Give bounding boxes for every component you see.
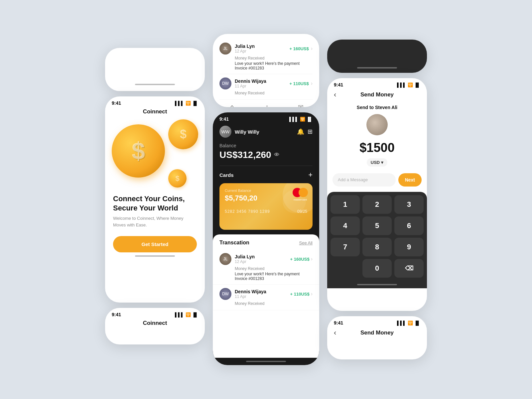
status-icons-br: ▌▌▌ 🛜 ▐▌: [397, 321, 420, 326]
cards-title: Cards: [219, 172, 234, 178]
transaction-item-dennis: DW Dennis Wijaya 11 Apr + 110US$ › Money…: [213, 285, 319, 310]
num-key-7[interactable]: 7: [331, 238, 360, 256]
tx-type-julia-top: Money Received: [235, 56, 313, 61]
get-started-button[interactable]: Get Started: [113, 236, 197, 252]
phone-dashboard: 9:41 ▌▌▌ 🛜 ▐▌ WW Willy Willy 🔔 ⊞ Balance…: [213, 112, 319, 365]
tx-amount-dennis-top: + 110US$: [289, 81, 309, 86]
next-button[interactable]: Next: [398, 173, 422, 187]
send-header-br: ‹ Send Money: [327, 327, 427, 340]
currency-pill[interactable]: USD ▾: [367, 158, 387, 167]
user-name: Willy Willy: [235, 129, 259, 135]
right-column: 9:41 ▌▌▌ 🛜 ▐▌ ‹ Send Money Send to Steve…: [327, 40, 427, 359]
num-key-empty: [331, 259, 360, 278]
qr-icon[interactable]: ⊞: [308, 128, 313, 135]
coin-small: [168, 169, 187, 188]
tx-desc-julia-top: Love your work!! Here's the payment Invo…: [235, 61, 313, 70]
num-key-0[interactable]: 0: [362, 259, 392, 278]
home-icon: ⌂: [230, 103, 234, 107]
tx-type-dennis: Money Received: [235, 301, 313, 306]
status-time-send: 9:41: [334, 82, 343, 87]
card-bottom: 5282 3456 7890 1289 09/25: [225, 209, 307, 214]
signal-icon-br: ▌▌▌: [397, 321, 406, 326]
tx-user-dennis: DW Dennis Wijaya 11 Apr: [219, 288, 266, 300]
phone-welcome: 9:41 ▌▌▌ 🛜 ▐▌ Coinnect Connect Your Coin…: [105, 96, 205, 303]
num-key-9[interactable]: 9: [394, 238, 424, 256]
tx-user-julia: JL Julia Lyn 12 Apr: [219, 253, 255, 265]
coins-illustration: [105, 118, 205, 191]
see-all-button[interactable]: See All: [299, 240, 313, 245]
num-key-3[interactable]: 3: [394, 195, 424, 214]
phone-partial-top-left: [105, 48, 205, 91]
nav-send[interactable]: ↑ Send: [263, 103, 271, 107]
status-icons-bl: ▌▌▌ 🛜 ▐▌: [175, 312, 198, 317]
add-card-button[interactable]: +: [308, 171, 313, 179]
app-name: Coinnect: [105, 107, 205, 118]
tx-date-dennis: 11 Apr: [235, 294, 266, 299]
battery-icon: ▐▌: [192, 101, 198, 106]
tx-date-dennis-top: 11 Apr: [235, 84, 266, 88]
send-to-label: Send to Steven Ali: [327, 102, 427, 114]
status-bar-send: 9:41 ▌▌▌ 🛜 ▐▌: [327, 78, 427, 89]
notification-icon[interactable]: 🔔: [297, 128, 304, 135]
currency-value: USD: [371, 160, 380, 165]
nav-message[interactable]: ✉ Message: [293, 103, 308, 107]
balance-value: US$312,260: [219, 150, 271, 160]
battery-icon-bl: ▐▌: [192, 312, 198, 317]
tx-amount-julia: + 160US$: [290, 257, 309, 262]
tx-name-dennis: Dennis Wijaya: [235, 289, 266, 294]
num-key-2[interactable]: 2: [362, 195, 392, 214]
wifi-icon-dash: 🛜: [300, 117, 305, 122]
num-key-1[interactable]: 1: [331, 195, 360, 214]
home-indicator-send: [327, 281, 427, 288]
num-key-6[interactable]: 6: [394, 216, 424, 235]
back-button[interactable]: ‹: [334, 90, 336, 99]
phone-partial-bottom-right: 9:41 ▌▌▌ 🛜 ▐▌ ‹ Send Money: [327, 316, 427, 359]
mc-orange-circle: [299, 188, 308, 197]
chevron-down-icon: ▾: [381, 160, 383, 165]
mastercard-text: mastercard: [294, 198, 307, 201]
recipient-avatar: [366, 114, 388, 135]
chevron-icon-1: ›: [311, 46, 313, 52]
num-key-5[interactable]: 5: [362, 216, 392, 235]
wifi-icon: 🛜: [186, 101, 191, 106]
amount-display: $1500: [327, 141, 427, 155]
nav-home[interactable]: ⌂ Home: [224, 103, 240, 107]
coin-main: [112, 124, 165, 178]
tx-name-julia-top: Julia Lyn: [235, 44, 255, 49]
send-title-br: Send Money: [360, 330, 394, 336]
user-info: WW Willy Willy: [219, 126, 259, 138]
signal-icon-bl: ▌▌▌: [175, 312, 184, 317]
message-input[interactable]: Add a Message: [332, 173, 396, 187]
tx-avatar-dennis-top: DW: [219, 77, 231, 89]
phone-partial-top-center: JL Julia Lyn 12 Apr + 160US$ › Money Rec…: [213, 34, 319, 107]
battery-icon-send: ▐▌: [414, 82, 420, 87]
battery-icon-dash: ▐▌: [307, 117, 313, 122]
num-key-8[interactable]: 8: [362, 238, 392, 256]
chevron-dennis: ›: [311, 291, 313, 297]
left-column: 9:41 ▌▌▌ 🛜 ▐▌ Coinnect Connect Your Coin…: [105, 55, 205, 344]
status-time-bl: 9:41: [112, 312, 121, 317]
app-name-bottom: Coinnect: [105, 319, 205, 329]
tx-name-dennis-top: Dennis Wijaya: [235, 78, 266, 84]
wifi-icon-bl: 🛜: [186, 312, 191, 317]
num-key-4[interactable]: 4: [331, 216, 360, 235]
balance-label: Balance: [219, 143, 313, 148]
status-bar-br: 9:41 ▌▌▌ 🛜 ▐▌: [327, 316, 427, 327]
phone-partial-bottom-left: 9:41 ▌▌▌ 🛜 ▐▌ Coinnect: [105, 308, 205, 344]
transaction-item-julia: JL Julia Lyn 12 Apr + 160US$ › Money Rec…: [213, 250, 319, 285]
currency-selector: USD ▾: [327, 158, 427, 167]
signal-icon: ▌▌▌: [175, 101, 184, 106]
back-button-br[interactable]: ‹: [334, 329, 336, 337]
transaction-section: Transcation See All JL Julia Lyn 12 Apr …: [213, 234, 319, 358]
send-to-prefix: Send to: [357, 105, 374, 110]
tx-user-julia-top: JL Julia Lyn 12 Apr: [219, 43, 255, 55]
welcome-title: Connect Your Coins, Secure Your World: [113, 194, 197, 212]
home-bar-send: [357, 284, 397, 285]
eye-icon[interactable]: 👁: [274, 152, 279, 158]
mastercard-logo: mastercard: [293, 188, 308, 197]
tx-amount-dennis: + 110US$: [290, 292, 309, 297]
tx-user-dennis-top: DW Dennis Wijaya 11 Apr: [219, 77, 266, 89]
status-bar-dashboard: 9:41 ▌▌▌ 🛜 ▐▌: [213, 112, 319, 123]
status-icons: ▌▌▌ 🛜 ▐▌: [175, 101, 198, 106]
num-key-delete[interactable]: ⌫: [394, 259, 424, 278]
